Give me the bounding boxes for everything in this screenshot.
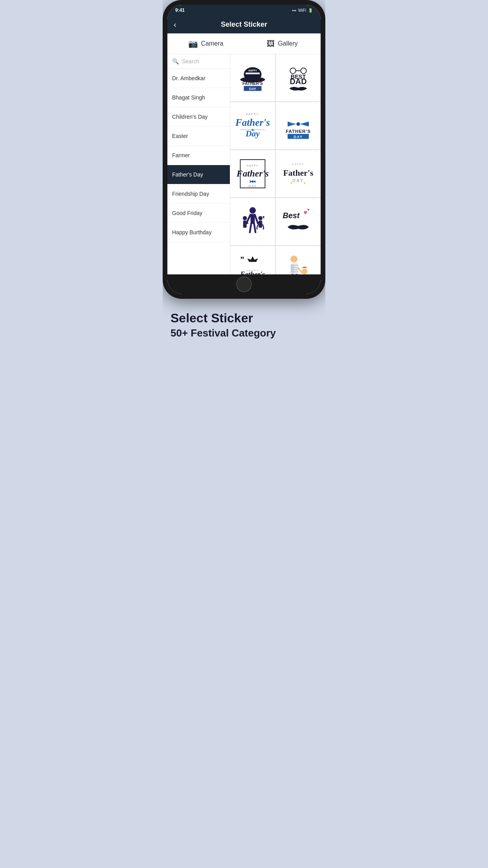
svg-text:": " <box>240 255 244 265</box>
phone-frame: 9:41 ▪▪▪ WiFi 🔋 ‹ Select Sticker 📷 Camer… <box>163 0 325 299</box>
svg-text:DAD: DAD <box>290 77 307 86</box>
svg-marker-19 <box>300 121 309 127</box>
svg-rect-69 <box>295 274 298 274</box>
sticker-10[interactable] <box>276 246 321 274</box>
svg-point-7 <box>290 68 295 74</box>
svg-text:HAPPY: HAPPY <box>292 163 304 166</box>
svg-text:DAY: DAY <box>292 178 304 183</box>
category-fathers-day[interactable]: Father's Day <box>167 165 230 184</box>
svg-rect-2 <box>246 73 260 75</box>
tab-camera[interactable]: 📷 Camera <box>167 33 244 54</box>
svg-point-61 <box>290 256 297 263</box>
svg-text:Father's: Father's <box>283 168 314 178</box>
svg-line-74 <box>298 268 303 274</box>
sticker-6[interactable]: HAPPY Father's DAY ♥ ♥ <box>276 150 321 197</box>
svg-text:HAPPY: HAPPY <box>248 69 257 72</box>
tab-row: 📷 Camera 🖼 Gallery <box>167 33 321 54</box>
tab-gallery-label: Gallery <box>278 40 298 47</box>
sticker-4[interactable]: FATHER'S DAY <box>276 102 321 149</box>
category-good-friday[interactable]: Good Friday <box>167 204 230 223</box>
promo-subtitle: 50+ Festival Category <box>171 327 317 339</box>
svg-rect-68 <box>291 274 294 274</box>
svg-text:Father's: Father's <box>235 117 270 128</box>
svg-text:Father's: Father's <box>236 168 269 178</box>
page-title: Select Sticker <box>221 20 267 29</box>
sticker-4-image: FATHER'S DAY <box>281 108 316 143</box>
svg-text:♥: ♥ <box>307 207 310 212</box>
category-list: 🔍 Search Dr. Ambedkar Bhagat Singh Child… <box>167 54 230 274</box>
category-easter[interactable]: Easter <box>167 127 230 146</box>
svg-point-44 <box>243 216 247 221</box>
promo-wrapper: Select Sticker 50+ Festival Category <box>171 311 317 363</box>
status-icons: ▪▪▪ WiFi 🔋 <box>292 8 313 13</box>
svg-text:DAY: DAY <box>294 135 303 139</box>
svg-text:FATHER'S: FATHER'S <box>242 81 263 86</box>
content-area: 🔍 Search Dr. Ambedkar Bhagat Singh Child… <box>167 54 321 274</box>
category-bhagat-singh[interactable]: Bhagat Singh <box>167 88 230 107</box>
category-farmer[interactable]: Farmer <box>167 146 230 165</box>
sticker-grid: HAPPY FATHER'S DAY BEST <box>230 54 321 274</box>
svg-point-20 <box>297 122 300 126</box>
search-input[interactable]: Search <box>182 58 199 64</box>
svg-text:HAPPY: HAPPY <box>246 113 260 116</box>
battery-icon: 🔋 <box>308 8 313 13</box>
sticker-7-image <box>235 204 270 239</box>
top-bar: ‹ Select Sticker <box>167 16 321 33</box>
phone-bottom <box>167 274 321 294</box>
category-happy-burthday[interactable]: Happy Burthday <box>167 223 230 242</box>
sticker-8-image: ♥ ♥ Best <box>281 204 316 239</box>
sticker-7[interactable] <box>230 198 275 245</box>
sticker-5-image: HAPPY Father's DAY <box>235 156 270 191</box>
category-dr-ambedkar[interactable]: Dr. Ambedkar <box>167 69 230 88</box>
svg-point-38 <box>250 207 256 213</box>
svg-point-31 <box>251 180 253 182</box>
status-bar: 9:41 ▪▪▪ WiFi 🔋 <box>167 5 321 16</box>
promo-title: Select Sticker <box>171 311 317 326</box>
svg-point-47 <box>258 216 262 221</box>
svg-text:DAY: DAY <box>249 87 256 91</box>
svg-line-42 <box>250 224 251 233</box>
signal-icon: ▪▪▪ <box>292 8 296 13</box>
svg-text:DAY: DAY <box>248 184 257 188</box>
promo-section: Select Sticker 50+ Festival Category <box>163 299 325 371</box>
home-button[interactable] <box>236 276 252 292</box>
search-box: 🔍 Search <box>167 54 230 69</box>
sticker-6-image: HAPPY Father's DAY ♥ ♥ <box>281 156 316 191</box>
sticker-9-image: " HAPPY Father's " <box>235 252 270 274</box>
sticker-2-image: BEST DAD <box>281 60 316 96</box>
search-icon: 🔍 <box>172 58 179 64</box>
sticker-2[interactable]: BEST DAD <box>276 54 321 101</box>
svg-text:Best: Best <box>283 211 300 220</box>
status-time: 9:41 <box>175 7 185 13</box>
app-container: 9:41 ▪▪▪ WiFi 🔋 ‹ Select Sticker 📷 Camer… <box>163 0 325 379</box>
category-childrens-day[interactable]: Children's Day <box>167 107 230 127</box>
phone-screen: 9:41 ▪▪▪ WiFi 🔋 ‹ Select Sticker 📷 Camer… <box>167 5 321 294</box>
svg-text:HAPPY: HAPPY <box>247 164 259 167</box>
sticker-1[interactable]: HAPPY FATHER'S DAY <box>230 54 275 101</box>
svg-text:FATHER'S: FATHER'S <box>286 129 311 134</box>
sticker-3[interactable]: HAPPY Father's Day <box>230 102 275 149</box>
sticker-10-image <box>281 252 316 274</box>
wifi-icon: WiFi <box>298 8 306 13</box>
sticker-9[interactable]: " HAPPY Father's " <box>230 246 275 274</box>
svg-text:♥: ♥ <box>304 181 306 185</box>
back-button[interactable]: ‹ <box>174 20 176 29</box>
svg-text:Father's: Father's <box>240 270 265 274</box>
category-friendship-day[interactable]: Friendship Day <box>167 184 230 204</box>
sticker-1-image: HAPPY FATHER'S DAY <box>235 60 270 96</box>
svg-point-8 <box>301 68 306 74</box>
svg-line-43 <box>254 224 256 233</box>
svg-text:♥: ♥ <box>290 181 292 185</box>
tab-gallery[interactable]: 🖼 Gallery <box>244 33 321 54</box>
sticker-5[interactable]: HAPPY Father's DAY <box>230 150 275 197</box>
camera-icon: 📷 <box>188 39 198 48</box>
sticker-8[interactable]: ♥ ♥ Best <box>276 198 321 245</box>
svg-marker-54 <box>248 256 258 262</box>
svg-line-41 <box>255 215 258 224</box>
sticker-3-image: HAPPY Father's Day <box>235 108 270 143</box>
gallery-icon: 🖼 <box>267 39 275 48</box>
tab-camera-label: Camera <box>201 40 224 47</box>
